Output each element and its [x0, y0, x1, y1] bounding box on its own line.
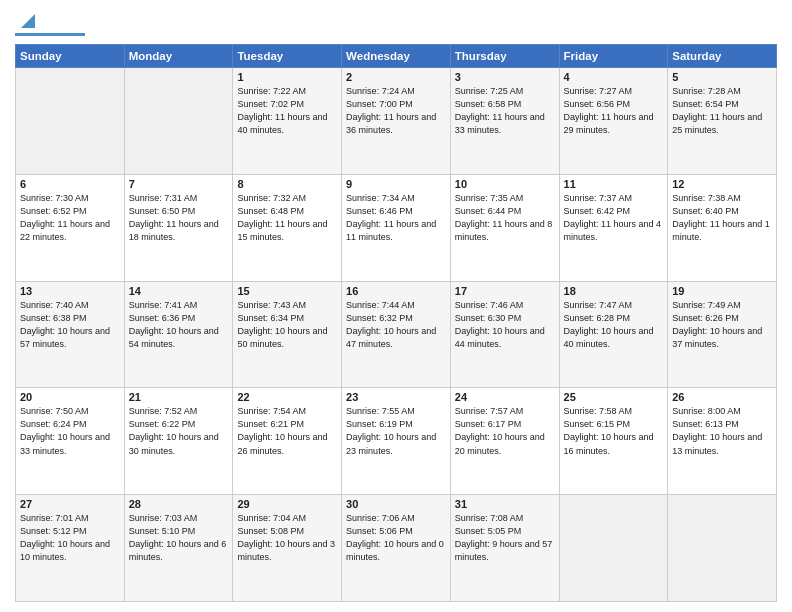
- day-info: Sunrise: 7:32 AM Sunset: 6:48 PM Dayligh…: [237, 192, 337, 244]
- calendar-cell: 4Sunrise: 7:27 AM Sunset: 6:56 PM Daylig…: [559, 68, 668, 175]
- weekday-header: Tuesday: [233, 45, 342, 68]
- calendar-cell: 16Sunrise: 7:44 AM Sunset: 6:32 PM Dayli…: [342, 281, 451, 388]
- calendar-cell: [668, 495, 777, 602]
- day-info: Sunrise: 7:08 AM Sunset: 5:05 PM Dayligh…: [455, 512, 555, 564]
- day-info: Sunrise: 7:50 AM Sunset: 6:24 PM Dayligh…: [20, 405, 120, 457]
- day-number: 15: [237, 285, 337, 297]
- day-info: Sunrise: 7:01 AM Sunset: 5:12 PM Dayligh…: [20, 512, 120, 564]
- logo-underline: [15, 33, 85, 36]
- calendar-cell: 13Sunrise: 7:40 AM Sunset: 6:38 PM Dayli…: [16, 281, 125, 388]
- calendar-cell: 12Sunrise: 7:38 AM Sunset: 6:40 PM Dayli…: [668, 174, 777, 281]
- calendar-cell: 15Sunrise: 7:43 AM Sunset: 6:34 PM Dayli…: [233, 281, 342, 388]
- calendar-cell: 3Sunrise: 7:25 AM Sunset: 6:58 PM Daylig…: [450, 68, 559, 175]
- calendar-cell: 24Sunrise: 7:57 AM Sunset: 6:17 PM Dayli…: [450, 388, 559, 495]
- day-number: 26: [672, 391, 772, 403]
- weekday-header: Wednesday: [342, 45, 451, 68]
- day-info: Sunrise: 7:38 AM Sunset: 6:40 PM Dayligh…: [672, 192, 772, 244]
- calendar-cell: 11Sunrise: 7:37 AM Sunset: 6:42 PM Dayli…: [559, 174, 668, 281]
- day-number: 11: [564, 178, 664, 190]
- calendar-cell: 28Sunrise: 7:03 AM Sunset: 5:10 PM Dayli…: [124, 495, 233, 602]
- day-info: Sunrise: 7:43 AM Sunset: 6:34 PM Dayligh…: [237, 299, 337, 351]
- calendar-header: SundayMondayTuesdayWednesdayThursdayFrid…: [16, 45, 777, 68]
- calendar-cell: 7Sunrise: 7:31 AM Sunset: 6:50 PM Daylig…: [124, 174, 233, 281]
- calendar-week-row: 13Sunrise: 7:40 AM Sunset: 6:38 PM Dayli…: [16, 281, 777, 388]
- day-info: Sunrise: 7:34 AM Sunset: 6:46 PM Dayligh…: [346, 192, 446, 244]
- calendar-cell: 30Sunrise: 7:06 AM Sunset: 5:06 PM Dayli…: [342, 495, 451, 602]
- day-number: 6: [20, 178, 120, 190]
- day-info: Sunrise: 7:30 AM Sunset: 6:52 PM Dayligh…: [20, 192, 120, 244]
- day-info: Sunrise: 7:37 AM Sunset: 6:42 PM Dayligh…: [564, 192, 664, 244]
- day-number: 24: [455, 391, 555, 403]
- weekday-header: Saturday: [668, 45, 777, 68]
- calendar-table: SundayMondayTuesdayWednesdayThursdayFrid…: [15, 44, 777, 602]
- day-number: 12: [672, 178, 772, 190]
- calendar-cell: 14Sunrise: 7:41 AM Sunset: 6:36 PM Dayli…: [124, 281, 233, 388]
- day-info: Sunrise: 7:28 AM Sunset: 6:54 PM Dayligh…: [672, 85, 772, 137]
- day-info: Sunrise: 7:47 AM Sunset: 6:28 PM Dayligh…: [564, 299, 664, 351]
- logo-icon: [17, 10, 39, 32]
- calendar-cell: 31Sunrise: 7:08 AM Sunset: 5:05 PM Dayli…: [450, 495, 559, 602]
- page: SundayMondayTuesdayWednesdayThursdayFrid…: [0, 0, 792, 612]
- day-number: 29: [237, 498, 337, 510]
- header: [15, 10, 777, 36]
- calendar-cell: 27Sunrise: 7:01 AM Sunset: 5:12 PM Dayli…: [16, 495, 125, 602]
- weekday-header: Sunday: [16, 45, 125, 68]
- day-info: Sunrise: 7:24 AM Sunset: 7:00 PM Dayligh…: [346, 85, 446, 137]
- calendar-cell: 2Sunrise: 7:24 AM Sunset: 7:00 PM Daylig…: [342, 68, 451, 175]
- day-number: 4: [564, 71, 664, 83]
- day-info: Sunrise: 7:35 AM Sunset: 6:44 PM Dayligh…: [455, 192, 555, 244]
- day-number: 13: [20, 285, 120, 297]
- day-number: 9: [346, 178, 446, 190]
- calendar-cell: 21Sunrise: 7:52 AM Sunset: 6:22 PM Dayli…: [124, 388, 233, 495]
- calendar-cell: 22Sunrise: 7:54 AM Sunset: 6:21 PM Dayli…: [233, 388, 342, 495]
- weekday-row: SundayMondayTuesdayWednesdayThursdayFrid…: [16, 45, 777, 68]
- day-number: 30: [346, 498, 446, 510]
- day-number: 8: [237, 178, 337, 190]
- calendar-cell: 6Sunrise: 7:30 AM Sunset: 6:52 PM Daylig…: [16, 174, 125, 281]
- day-number: 3: [455, 71, 555, 83]
- weekday-header: Friday: [559, 45, 668, 68]
- calendar-cell: [559, 495, 668, 602]
- day-info: Sunrise: 7:22 AM Sunset: 7:02 PM Dayligh…: [237, 85, 337, 137]
- day-number: 23: [346, 391, 446, 403]
- weekday-header: Monday: [124, 45, 233, 68]
- day-number: 21: [129, 391, 229, 403]
- day-info: Sunrise: 7:25 AM Sunset: 6:58 PM Dayligh…: [455, 85, 555, 137]
- calendar-body: 1Sunrise: 7:22 AM Sunset: 7:02 PM Daylig…: [16, 68, 777, 602]
- day-number: 22: [237, 391, 337, 403]
- day-number: 2: [346, 71, 446, 83]
- day-info: Sunrise: 7:03 AM Sunset: 5:10 PM Dayligh…: [129, 512, 229, 564]
- day-info: Sunrise: 7:58 AM Sunset: 6:15 PM Dayligh…: [564, 405, 664, 457]
- day-info: Sunrise: 7:06 AM Sunset: 5:06 PM Dayligh…: [346, 512, 446, 564]
- day-info: Sunrise: 7:04 AM Sunset: 5:08 PM Dayligh…: [237, 512, 337, 564]
- day-number: 16: [346, 285, 446, 297]
- day-info: Sunrise: 7:46 AM Sunset: 6:30 PM Dayligh…: [455, 299, 555, 351]
- calendar-week-row: 6Sunrise: 7:30 AM Sunset: 6:52 PM Daylig…: [16, 174, 777, 281]
- calendar-cell: 26Sunrise: 8:00 AM Sunset: 6:13 PM Dayli…: [668, 388, 777, 495]
- svg-marker-0: [21, 14, 35, 28]
- day-info: Sunrise: 7:57 AM Sunset: 6:17 PM Dayligh…: [455, 405, 555, 457]
- day-info: Sunrise: 7:44 AM Sunset: 6:32 PM Dayligh…: [346, 299, 446, 351]
- calendar-cell: 29Sunrise: 7:04 AM Sunset: 5:08 PM Dayli…: [233, 495, 342, 602]
- calendar-cell: 9Sunrise: 7:34 AM Sunset: 6:46 PM Daylig…: [342, 174, 451, 281]
- day-number: 7: [129, 178, 229, 190]
- day-number: 27: [20, 498, 120, 510]
- calendar-cell: [16, 68, 125, 175]
- day-number: 20: [20, 391, 120, 403]
- calendar-cell: 25Sunrise: 7:58 AM Sunset: 6:15 PM Dayli…: [559, 388, 668, 495]
- day-info: Sunrise: 7:49 AM Sunset: 6:26 PM Dayligh…: [672, 299, 772, 351]
- calendar-cell: 23Sunrise: 7:55 AM Sunset: 6:19 PM Dayli…: [342, 388, 451, 495]
- day-info: Sunrise: 7:52 AM Sunset: 6:22 PM Dayligh…: [129, 405, 229, 457]
- weekday-header: Thursday: [450, 45, 559, 68]
- day-info: Sunrise: 7:41 AM Sunset: 6:36 PM Dayligh…: [129, 299, 229, 351]
- day-number: 1: [237, 71, 337, 83]
- day-number: 19: [672, 285, 772, 297]
- calendar-week-row: 20Sunrise: 7:50 AM Sunset: 6:24 PM Dayli…: [16, 388, 777, 495]
- calendar-cell: 10Sunrise: 7:35 AM Sunset: 6:44 PM Dayli…: [450, 174, 559, 281]
- day-number: 5: [672, 71, 772, 83]
- calendar-cell: 19Sunrise: 7:49 AM Sunset: 6:26 PM Dayli…: [668, 281, 777, 388]
- calendar-cell: 1Sunrise: 7:22 AM Sunset: 7:02 PM Daylig…: [233, 68, 342, 175]
- day-info: Sunrise: 7:40 AM Sunset: 6:38 PM Dayligh…: [20, 299, 120, 351]
- calendar-cell: 17Sunrise: 7:46 AM Sunset: 6:30 PM Dayli…: [450, 281, 559, 388]
- calendar-cell: 18Sunrise: 7:47 AM Sunset: 6:28 PM Dayli…: [559, 281, 668, 388]
